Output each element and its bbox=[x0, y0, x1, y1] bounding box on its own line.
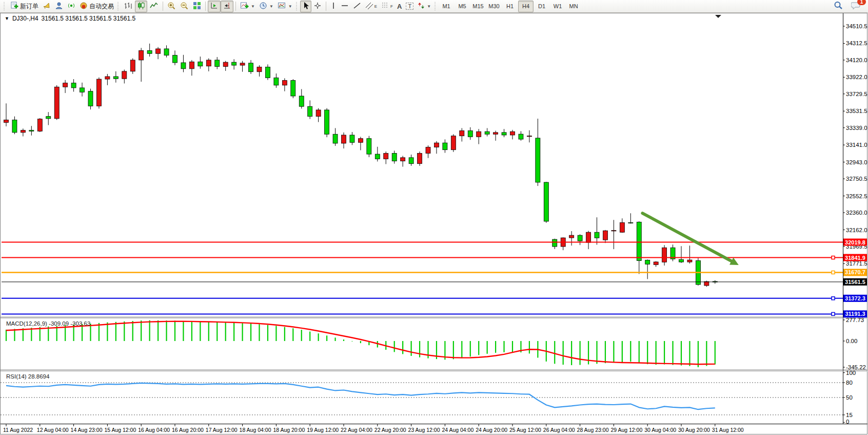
candle[interactable] bbox=[325, 110, 329, 134]
toolbar-grip[interactable] bbox=[117, 2, 120, 10]
candle[interactable] bbox=[654, 262, 658, 264]
signals-button[interactable] bbox=[65, 1, 77, 12]
candle[interactable] bbox=[139, 50, 144, 60]
candle[interactable] bbox=[299, 96, 304, 106]
candle[interactable] bbox=[418, 153, 422, 163]
cursor-button[interactable] bbox=[300, 1, 311, 12]
candle[interactable] bbox=[232, 62, 236, 65]
equidistant-channel-button[interactable]: E bbox=[363, 1, 379, 12]
candle[interactable] bbox=[156, 49, 161, 53]
candle[interactable] bbox=[173, 55, 177, 63]
text-tool-button[interactable]: A bbox=[395, 1, 404, 12]
templates-button[interactable]: ▼ bbox=[275, 1, 294, 12]
dropdown-caret[interactable]: ▼ bbox=[288, 4, 292, 9]
candle[interactable] bbox=[620, 222, 624, 232]
candle[interactable] bbox=[485, 131, 489, 134]
timeframe-button-m30[interactable]: M30 bbox=[486, 1, 502, 12]
candle[interactable] bbox=[536, 138, 540, 182]
candle[interactable] bbox=[519, 134, 523, 139]
candle[interactable] bbox=[105, 77, 110, 79]
candle[interactable] bbox=[342, 135, 346, 143]
candle[interactable] bbox=[637, 222, 641, 260]
candle[interactable] bbox=[510, 131, 515, 135]
timeframe-button-d1[interactable]: D1 bbox=[534, 1, 549, 12]
candle[interactable] bbox=[544, 182, 548, 221]
timeframe-button-h1[interactable]: H1 bbox=[502, 1, 518, 12]
candle[interactable] bbox=[80, 88, 85, 92]
candle[interactable] bbox=[88, 91, 93, 106]
crosshair-button[interactable] bbox=[311, 1, 324, 12]
market-news-button[interactable] bbox=[41, 1, 53, 12]
fibonacci-button[interactable]: F bbox=[379, 1, 395, 12]
candle[interactable] bbox=[308, 106, 312, 116]
candle[interactable] bbox=[257, 67, 262, 71]
new-order-button[interactable]: 新订单 bbox=[8, 1, 41, 12]
candle[interactable] bbox=[662, 248, 667, 262]
candle[interactable] bbox=[628, 222, 633, 223]
timeframe-button-mn[interactable]: MN bbox=[566, 1, 581, 12]
candle[interactable] bbox=[401, 158, 405, 161]
horizontal-line-button[interactable] bbox=[339, 1, 351, 12]
candle[interactable] bbox=[553, 239, 557, 247]
chart-shift-button[interactable] bbox=[221, 1, 233, 12]
vertical-line-button[interactable] bbox=[328, 1, 339, 12]
candle[interactable] bbox=[451, 136, 456, 150]
candle[interactable] bbox=[460, 131, 464, 136]
candle[interactable] bbox=[494, 133, 498, 134]
chart-canvas[interactable]: 34510.534312.534120.033922.033729.533531… bbox=[0, 13, 868, 435]
candle[interactable] bbox=[223, 62, 228, 66]
auto-scroll-button[interactable] bbox=[208, 1, 221, 12]
periods-button[interactable]: ▼ bbox=[257, 1, 275, 12]
candle[interactable] bbox=[645, 260, 650, 264]
line-chart-mode-button[interactable] bbox=[147, 1, 161, 12]
candle[interactable] bbox=[206, 60, 211, 66]
candle[interactable] bbox=[468, 131, 472, 137]
candle[interactable] bbox=[147, 50, 152, 53]
candle[interactable] bbox=[21, 130, 25, 133]
dropdown-caret[interactable]: ▼ bbox=[427, 4, 431, 9]
candle[interactable] bbox=[434, 143, 439, 147]
candle[interactable] bbox=[578, 235, 582, 241]
zoom-in-button[interactable] bbox=[165, 1, 178, 12]
chat-button[interactable]: 1 bbox=[849, 1, 863, 12]
candle[interactable] bbox=[375, 154, 380, 159]
candle[interactable] bbox=[46, 117, 51, 119]
label-tool-button[interactable]: T bbox=[404, 1, 416, 12]
candle[interactable] bbox=[265, 67, 270, 78]
candle[interactable] bbox=[240, 63, 245, 65]
toolbar-grip[interactable] bbox=[435, 2, 437, 10]
toolbar-grip[interactable] bbox=[4, 2, 6, 10]
candle[interactable] bbox=[63, 83, 68, 87]
toolbar-grip[interactable] bbox=[296, 2, 299, 10]
search-button[interactable] bbox=[832, 1, 845, 12]
tile-windows-button[interactable] bbox=[191, 1, 203, 12]
candle[interactable] bbox=[409, 158, 413, 164]
candle[interactable] bbox=[249, 63, 253, 72]
candle[interactable] bbox=[595, 232, 599, 238]
indicators-button[interactable]: ▼ bbox=[238, 1, 257, 12]
hline-handle[interactable] bbox=[832, 312, 835, 315]
candle[interactable] bbox=[502, 133, 506, 135]
chart-dropdown-caret[interactable]: ▼ bbox=[5, 16, 9, 21]
hline-handle[interactable] bbox=[832, 297, 835, 300]
candle[interactable] bbox=[215, 60, 220, 67]
candle[interactable] bbox=[316, 110, 321, 117]
candlestick-mode-button[interactable] bbox=[135, 1, 147, 12]
chart-title-overlay[interactable]: ▼ DJ30-,H4 31561.5 31561.5 31561.5 31561… bbox=[5, 15, 135, 22]
chart-window[interactable]: ▼ DJ30-,H4 31561.5 31561.5 31561.5 31561… bbox=[0, 13, 868, 435]
candle[interactable] bbox=[367, 139, 371, 154]
publisher-button[interactable] bbox=[53, 1, 65, 12]
hline-handle[interactable] bbox=[832, 256, 835, 259]
candle[interactable] bbox=[12, 120, 17, 132]
candle[interactable] bbox=[4, 120, 9, 122]
candle[interactable] bbox=[189, 62, 194, 69]
candle[interactable] bbox=[384, 153, 388, 159]
candle[interactable] bbox=[679, 259, 684, 262]
candle[interactable] bbox=[37, 119, 42, 131]
candle[interactable] bbox=[164, 49, 169, 55]
bar-chart-mode-button[interactable] bbox=[122, 1, 135, 12]
candle[interactable] bbox=[333, 134, 338, 143]
arrows-tool-button[interactable]: ▼ bbox=[416, 1, 433, 12]
timeframe-button-w1[interactable]: W1 bbox=[550, 1, 565, 12]
dropdown-caret[interactable]: ▼ bbox=[269, 4, 273, 9]
